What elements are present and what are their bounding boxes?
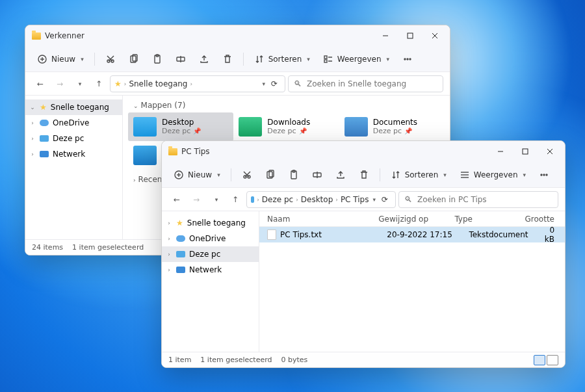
chevron-down-icon: ▾: [81, 56, 84, 62]
cloud-icon: [40, 120, 49, 126]
maximize-button[interactable]: [398, 25, 422, 46]
sidebar-item[interactable]: › Deze pc: [25, 131, 122, 146]
more-button[interactable]: [534, 166, 554, 184]
content-pane: Naam Gewijzigd op Type Grootte PC Tips.t…: [259, 211, 565, 352]
expand-chevron-icon[interactable]: ›: [166, 235, 172, 242]
file-row[interactable]: PC Tips.txt 20-9-2022 17:15 Tekstdocumen…: [259, 227, 565, 242]
refresh-button[interactable]: ⟳: [266, 79, 282, 88]
search-box[interactable]: 🔍︎: [398, 191, 558, 208]
search-input[interactable]: [416, 194, 552, 205]
up-button[interactable]: ↑: [90, 75, 107, 92]
pc-icon: [176, 251, 185, 257]
sort-button[interactable]: Sorteren▾: [385, 166, 452, 184]
sidebar-item-label: OneDrive: [189, 234, 226, 243]
sidebar-item[interactable]: › OneDrive: [25, 115, 122, 131]
copy-icon: [129, 54, 139, 64]
expand-chevron-icon[interactable]: ›: [29, 151, 36, 157]
sidebar-item[interactable]: › Netwerk: [25, 146, 122, 162]
rename-button[interactable]: [307, 166, 328, 184]
sort-button[interactable]: Sorteren▾: [249, 50, 315, 68]
folder-tile[interactable]: Documents Deze pc📌: [339, 112, 445, 141]
expand-chevron-icon[interactable]: ⌄: [29, 104, 36, 111]
folder-icon: [32, 33, 41, 40]
breadcrumb[interactable]: Deze pc: [262, 195, 293, 204]
section-header-folders[interactable]: ⌄Mappen (7): [123, 96, 450, 112]
sidebar-item-label: Snelle toegang: [51, 103, 109, 112]
refresh-button[interactable]: ⟳: [377, 195, 393, 204]
folder-tile[interactable]: Desktop Deze pc📌: [128, 112, 233, 141]
sidebar-item-label: Deze pc: [189, 250, 220, 259]
pin-icon: 📌: [404, 127, 412, 135]
maximize-button[interactable]: [513, 141, 538, 162]
star-icon: ★: [40, 103, 47, 112]
paste-button[interactable]: [283, 166, 304, 184]
address-bar[interactable]: ★ › Snelle toegang › ▾⟳: [110, 75, 285, 92]
new-button[interactable]: Nieuw▾: [168, 166, 226, 184]
breadcrumb[interactable]: Snelle toegang: [129, 79, 187, 88]
back-button[interactable]: ←: [168, 191, 185, 208]
minimize-button[interactable]: [373, 25, 398, 46]
titlebar[interactable]: Verkenner: [25, 25, 450, 46]
cut-button[interactable]: [100, 50, 121, 68]
breadcrumb[interactable]: Desktop: [301, 195, 333, 204]
titlebar[interactable]: PC Tips: [162, 141, 565, 162]
back-button[interactable]: ←: [32, 75, 49, 92]
star-icon: ★: [114, 79, 122, 88]
recent-chevron[interactable]: ▾: [207, 191, 224, 208]
share-button[interactable]: [194, 50, 214, 68]
toolbar: Nieuw▾ Sorteren▾ Weergeven▾: [162, 162, 565, 188]
dots-icon: [402, 54, 413, 64]
paste-button[interactable]: [147, 50, 168, 68]
folder-icon: [133, 117, 157, 137]
toolbar: Nieuw▾ Sorteren▾ Weergeven▾: [25, 46, 450, 72]
delete-button[interactable]: [354, 166, 374, 184]
more-button[interactable]: [397, 50, 418, 68]
expand-chevron-icon[interactable]: ›: [166, 220, 172, 226]
delete-button[interactable]: [217, 50, 238, 68]
sidebar-item[interactable]: › Deze pc: [162, 246, 259, 262]
svg-point-21: [404, 59, 406, 60]
expand-chevron-icon[interactable]: ›: [29, 135, 36, 142]
close-button[interactable]: [422, 25, 447, 46]
close-button[interactable]: [538, 141, 562, 162]
copy-icon: [265, 170, 276, 180]
search-box[interactable]: 🔍︎: [288, 75, 443, 92]
address-bar[interactable]: › Deze pc › Desktop › PC Tips ▾⟳: [246, 191, 396, 208]
chevron-down-icon[interactable]: ▾: [372, 196, 376, 203]
col-type[interactable]: Type: [454, 215, 525, 224]
col-name[interactable]: Naam: [267, 215, 378, 224]
recent-chevron[interactable]: ▾: [71, 75, 88, 92]
forward-button[interactable]: →: [188, 191, 205, 208]
rename-button[interactable]: [170, 50, 191, 68]
sidebar-item[interactable]: › ★ Snelle toegang: [162, 215, 259, 231]
sidebar-item[interactable]: ⌄ ★ Snelle toegang: [25, 99, 122, 115]
search-input[interactable]: [306, 79, 437, 89]
new-button[interactable]: Nieuw▾: [32, 50, 89, 68]
svg-rect-1: [408, 33, 413, 38]
folder-tile[interactable]: Downloads Deze pc📌: [233, 112, 339, 141]
tile-sub: Deze pc: [162, 127, 190, 136]
chevron-down-icon[interactable]: ▾: [262, 81, 265, 87]
column-headers[interactable]: Naam Gewijzigd op Type Grootte: [259, 211, 565, 227]
copy-button[interactable]: [124, 50, 144, 68]
sidebar-item[interactable]: › OneDrive: [162, 231, 259, 246]
view-button[interactable]: Weergeven▾: [454, 166, 531, 184]
expand-chevron-icon[interactable]: ›: [166, 251, 172, 257]
file-icon: [267, 229, 276, 240]
cut-button[interactable]: [237, 166, 257, 184]
up-button[interactable]: ↑: [227, 191, 244, 208]
col-modified[interactable]: Gewijzigd op: [378, 215, 454, 224]
share-button[interactable]: [330, 166, 351, 184]
col-size[interactable]: Grootte: [525, 215, 565, 224]
expand-chevron-icon[interactable]: ›: [29, 120, 36, 126]
view-button[interactable]: Weergeven▾: [318, 50, 395, 68]
expand-chevron-icon[interactable]: ›: [166, 267, 172, 273]
copy-button[interactable]: [260, 166, 281, 184]
sidebar-item[interactable]: › Netwerk: [162, 262, 259, 278]
view-details-button[interactable]: [534, 355, 545, 365]
rename-icon: [312, 170, 322, 180]
minimize-button[interactable]: [488, 141, 513, 162]
breadcrumb[interactable]: PC Tips: [341, 195, 369, 204]
forward-button[interactable]: →: [51, 75, 68, 92]
view-icons-button[interactable]: [547, 355, 558, 365]
